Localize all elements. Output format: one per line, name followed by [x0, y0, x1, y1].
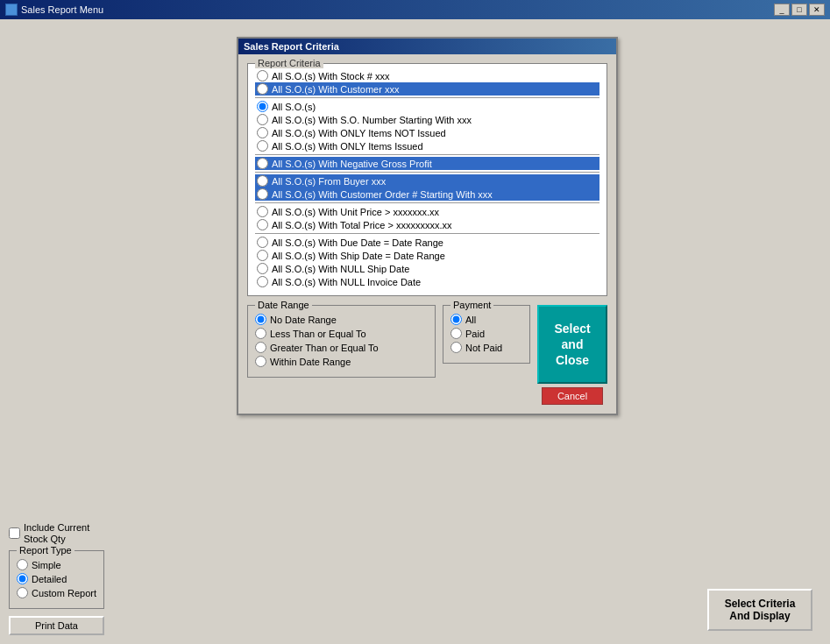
date-range-item-2[interactable]: Less Than or Equal To [255, 328, 428, 339]
criteria-radio-2[interactable] [257, 83, 268, 95]
report-type-item-custom[interactable]: Custom Report [17, 587, 96, 598]
minimize-button[interactable]: _ [774, 4, 790, 16]
criteria-label-2: All S.O.(s) With Customer xxx [272, 84, 399, 95]
criteria-label-9: All S.O.(s) With Customer Order # Starti… [272, 189, 493, 200]
date-range-radio-2[interactable] [255, 328, 266, 339]
criteria-radio-11[interactable] [257, 219, 268, 230]
bottom-section: Date Range No Date Range Less Than or Eq… [247, 305, 607, 405]
report-type-item-detailed[interactable]: Detailed [17, 573, 96, 584]
date-range-radio-3[interactable] [255, 342, 266, 353]
action-buttons: Select and Close Cancel [537, 305, 607, 405]
date-range-label-3: Greater Than or Equal To [270, 343, 379, 353]
select-criteria-line2: And Display [729, 610, 790, 622]
criteria-item-3[interactable]: All S.O.(s) [255, 100, 599, 113]
date-range-label: Date Range [255, 300, 312, 310]
criteria-radio-14[interactable] [257, 263, 268, 274]
payment-label-3: Not Paid [465, 343, 502, 353]
criteria-item-8[interactable]: All S.O.(s) From Buyer xxx [255, 174, 599, 188]
payment-label-2: Paid [465, 329, 485, 339]
date-range-label-2: Less Than or Equal To [270, 329, 366, 339]
criteria-item-10[interactable]: All S.O.(s) With Unit Price > xxxxxxx.xx [255, 205, 599, 218]
criteria-radio-8[interactable] [257, 175, 268, 187]
payment-item-2[interactable]: Paid [450, 328, 522, 339]
sales-report-criteria-dialog: Sales Report Criteria Report Criteria Al… [237, 37, 618, 415]
criteria-list: All S.O.(s) With Stock # xxx All S.O.(s)… [255, 69, 599, 288]
criteria-item-6[interactable]: All S.O.(s) With ONLY Items Issued [255, 139, 599, 152]
criteria-label-3: All S.O.(s) [272, 102, 316, 112]
payment-radio-2[interactable] [450, 328, 462, 339]
criteria-radio-4[interactable] [257, 114, 268, 125]
criteria-radio-9[interactable] [257, 188, 268, 200]
date-range-item-1[interactable]: No Date Range [255, 314, 428, 325]
payment-group: Payment All Paid Not Paid [443, 305, 530, 364]
select-and-close-button[interactable]: Select and Close [537, 305, 607, 384]
criteria-radio-3[interactable] [257, 101, 268, 112]
maximize-button[interactable]: □ [791, 4, 807, 16]
include-stock-checkbox[interactable] [9, 527, 20, 539]
criteria-item-11[interactable]: All S.O.(s) With Total Price > xxxxxxxxx… [255, 218, 599, 231]
criteria-label-10: All S.O.(s) With Unit Price > xxxxxxx.xx [272, 207, 439, 217]
include-current-stock-qty[interactable]: Include Current Stock Qty [9, 522, 104, 545]
window-controls[interactable]: _ □ ✕ [774, 4, 825, 16]
report-type-radio-detailed[interactable] [17, 573, 28, 584]
include-stock-label: Include Current Stock Qty [24, 522, 89, 545]
payment-item-1[interactable]: All [450, 314, 522, 325]
dialog-title: Sales Report Criteria [238, 39, 616, 54]
report-type-radio-simple[interactable] [17, 559, 28, 570]
criteria-label-11: All S.O.(s) With Total Price > xxxxxxxxx… [272, 220, 451, 230]
report-criteria-group: Report Criteria All S.O.(s) With Stock #… [247, 63, 607, 296]
criteria-item-9[interactable]: All S.O.(s) With Customer Order # Starti… [255, 188, 599, 201]
window-title: Sales Report Menu [21, 4, 103, 15]
select-criteria-and-display-button[interactable]: Select Criteria And Display [707, 589, 812, 631]
date-range-item-3[interactable]: Greater Than or Equal To [255, 342, 428, 353]
date-range-radio-1[interactable] [255, 314, 266, 325]
report-type-label-detailed: Detailed [32, 574, 67, 584]
criteria-label-5: All S.O.(s) With ONLY Items NOT Issued [272, 128, 446, 138]
payment-label: Payment [450, 300, 493, 310]
select-close-line3: Close [556, 353, 589, 367]
close-button[interactable]: ✕ [809, 4, 825, 16]
criteria-item-15[interactable]: All S.O.(s) With NULL Invoice Date [255, 275, 599, 288]
criteria-item-4[interactable]: All S.O.(s) With S.O. Number Starting Wi… [255, 113, 599, 126]
report-type-item-simple[interactable]: Simple [17, 559, 96, 570]
date-range-group: Date Range No Date Range Less Than or Eq… [247, 305, 436, 378]
criteria-radio-12[interactable] [257, 237, 268, 248]
criteria-item-1[interactable]: All S.O.(s) With Stock # xxx [255, 69, 599, 82]
criteria-label-6: All S.O.(s) With ONLY Items Issued [272, 141, 423, 152]
select-close-line2: and [562, 337, 584, 351]
criteria-item-7[interactable]: All S.O.(s) With Negative Gross Profit [255, 157, 599, 170]
criteria-radio-7[interactable] [257, 158, 268, 169]
print-data-button[interactable]: Print Data [9, 616, 104, 635]
criteria-label-15: All S.O.(s) With NULL Invoice Date [272, 277, 421, 287]
criteria-item-2[interactable]: All S.O.(s) With Customer xxx [255, 82, 599, 96]
report-type-radio-custom[interactable] [17, 587, 28, 598]
payment-item-3[interactable]: Not Paid [450, 342, 522, 353]
report-criteria-label: Report Criteria [255, 58, 323, 68]
payment-radio-1[interactable] [450, 314, 462, 325]
report-type-label-simple: Simple [32, 560, 61, 570]
criteria-radio-15[interactable] [257, 276, 268, 287]
criteria-item-14[interactable]: All S.O.(s) With NULL Ship Date [255, 262, 599, 275]
criteria-label-1: All S.O.(s) With Stock # xxx [272, 71, 389, 81]
criteria-item-12[interactable]: All S.O.(s) With Due Date = Date Range [255, 236, 599, 249]
cancel-button[interactable]: Cancel [542, 387, 603, 405]
criteria-item-5[interactable]: All S.O.(s) With ONLY Items NOT Issued [255, 126, 599, 139]
criteria-radio-10[interactable] [257, 206, 268, 217]
criteria-radio-13[interactable] [257, 250, 268, 261]
date-range-radio-4[interactable] [255, 356, 266, 367]
payment-radio-3[interactable] [450, 342, 462, 353]
report-type-label: Report Type [17, 545, 74, 556]
select-criteria-line1: Select Criteria [725, 598, 796, 610]
criteria-label-4: All S.O.(s) With S.O. Number Starting Wi… [272, 115, 472, 125]
date-range-label-4: Within Date Range [270, 357, 351, 367]
date-range-item-4[interactable]: Within Date Range [255, 356, 428, 367]
criteria-radio-6[interactable] [257, 140, 268, 152]
criteria-label-13: All S.O.(s) With Ship Date = Date Range [272, 251, 445, 261]
criteria-radio-1[interactable] [257, 70, 268, 81]
payment-label-1: All [465, 315, 476, 325]
criteria-radio-5[interactable] [257, 127, 268, 138]
cancel-label: Cancel [557, 391, 587, 401]
app-icon [5, 4, 18, 16]
main-window: Sales Report Criteria Report Criteria Al… [0, 19, 830, 644]
criteria-item-13[interactable]: All S.O.(s) With Ship Date = Date Range [255, 249, 599, 262]
